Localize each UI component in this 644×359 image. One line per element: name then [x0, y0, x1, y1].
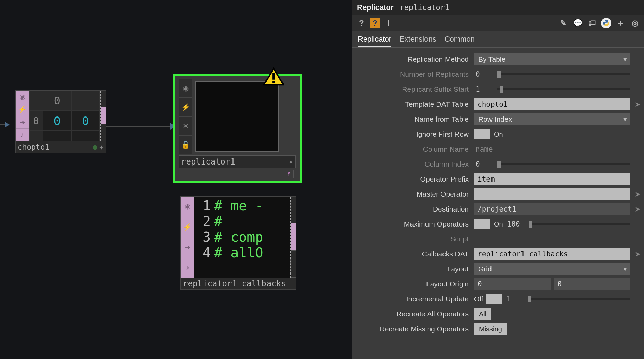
- tag-icon[interactable]: 🏷: [587, 18, 597, 28]
- table-header-value: 0: [43, 91, 71, 111]
- param-layout-origin: Layout Origin 0 0: [356, 277, 641, 291]
- node-flag-gutter[interactable]: ◉ ⚡ ➔ ♪: [16, 91, 29, 141]
- max-operators-value[interactable]: 100: [506, 220, 524, 228]
- help-wiki-icon[interactable]: ?: [370, 18, 380, 28]
- param-tabs: Replicator Extensions Common: [352, 31, 644, 48]
- record-icon[interactable]: ◉: [181, 197, 194, 217]
- node-replicator1[interactable]: ◉ ⚡ ✕ 🔓 replicator1 ✦ ↟: [173, 74, 302, 183]
- column-index-slider[interactable]: [497, 163, 630, 165]
- param-destination: Destination /project1 ➤: [356, 202, 641, 216]
- node-chopto1[interactable]: ◉ ⚡ ➔ ♪ 0 0 0 0 chopto1 ● ✦: [15, 90, 106, 153]
- suffix-start-value[interactable]: 1: [474, 85, 493, 93]
- suffix-start-slider[interactable]: [497, 88, 630, 90]
- target-icon[interactable]: ◎: [630, 18, 640, 28]
- operator-type: Replicator: [357, 3, 394, 12]
- max-operators-toggle[interactable]: On: [474, 218, 503, 230]
- goto-arrow-icon[interactable]: ➤: [635, 100, 641, 108]
- param-column-name: Column Name name: [356, 142, 641, 156]
- param-max-operators: Maximum Operators On 100: [356, 217, 641, 231]
- node-name: chopto1: [18, 143, 49, 151]
- num-replicants-slider[interactable]: [497, 73, 630, 75]
- column-name-value[interactable]: name: [474, 145, 493, 153]
- param-suffix-start: Replicant Suffix Start 1: [356, 82, 641, 96]
- arrow-icon[interactable]: ➔: [181, 237, 194, 258]
- param-num-replicants: Number of Replicants 0: [356, 67, 641, 81]
- param-template-dat: Template DAT Table chopto1 ➤: [356, 97, 641, 111]
- network-pane[interactable]: ◉ ⚡ ➔ ♪ 0 0 0 0 chopto1 ● ✦: [0, 0, 352, 359]
- callbacks-code-preview: 1# me - 2# 3# comp 4# allO: [194, 197, 291, 278]
- param-body: Replication Method By Table Number of Re…: [352, 48, 644, 359]
- arrow-icon[interactable]: ➔: [16, 116, 29, 129]
- destination-field[interactable]: /project1: [474, 203, 630, 215]
- viewer-active-icon[interactable]: ✦: [99, 143, 104, 151]
- bolt-icon[interactable]: ⚡: [179, 98, 192, 116]
- master-operator-field[interactable]: [474, 188, 630, 200]
- node-flag-gutter[interactable]: ◉ ⚡ ➔ ♪: [181, 197, 194, 278]
- replication-method-dropdown[interactable]: By Table: [474, 53, 630, 65]
- plus-icon[interactable]: ＋: [615, 18, 626, 28]
- help-icon[interactable]: ?: [356, 18, 367, 28]
- wire-chopto-to-replicator: [106, 126, 171, 127]
- layout-origin-x[interactable]: 0: [474, 278, 551, 290]
- note-icon[interactable]: ♪: [16, 129, 29, 141]
- param-toolbar: ? ? i ✎ 💬 🏷 ＋ ◎: [352, 15, 644, 31]
- incremental-value[interactable]: 1: [505, 295, 523, 303]
- param-incremental-update: Incremental Update Off 1: [356, 292, 641, 306]
- info-icon[interactable]: i: [384, 18, 394, 28]
- svg-rect-1: [272, 73, 275, 79]
- param-column-index: Column Index 0: [356, 157, 641, 171]
- goto-arrow-icon[interactable]: ➤: [635, 190, 641, 198]
- param-script-section: Script: [356, 232, 641, 246]
- operator-name[interactable]: replicator1: [400, 3, 450, 12]
- node-output-bar[interactable]: [291, 197, 296, 278]
- param-layout: Layout Grid: [356, 262, 641, 276]
- incremental-slider[interactable]: [528, 298, 630, 300]
- record-icon[interactable]: ◉: [16, 91, 29, 103]
- viewer-active-icon[interactable]: ✦: [289, 157, 293, 167]
- param-recreate-all: Recreate All Operators All: [356, 307, 641, 321]
- recreate-missing-button[interactable]: Missing: [474, 323, 507, 335]
- incremental-toggle[interactable]: Off: [474, 293, 502, 305]
- python-icon[interactable]: [601, 18, 611, 28]
- node-replicator1-callbacks[interactable]: ◉ ⚡ ➔ ♪ 1# me - 2# 3# comp 4# allO repli…: [180, 196, 296, 290]
- tab-replicator[interactable]: Replicator: [358, 35, 391, 47]
- bolt-icon[interactable]: ⚡: [16, 103, 29, 116]
- column-index-value[interactable]: 0: [474, 160, 493, 168]
- parameter-pane: Replicator replicator1 ? ? i ✎ 💬 🏷 ＋ ◎ R…: [352, 0, 644, 359]
- ignore-first-row-toggle[interactable]: On: [474, 128, 503, 140]
- node-flag-gutter[interactable]: ◉ ⚡ ✕ 🔓: [179, 79, 192, 154]
- callbacks-dat-field[interactable]: replicator1_callbacks: [474, 248, 630, 260]
- param-header: Replicator replicator1: [352, 0, 644, 15]
- edit-icon[interactable]: ✎: [558, 18, 568, 28]
- template-dat-field[interactable]: chopto1: [474, 98, 630, 110]
- close-icon[interactable]: ✕: [179, 117, 192, 136]
- bolt-icon[interactable]: ⚡: [181, 217, 194, 237]
- pulse-icon[interactable]: ↟: [284, 170, 294, 178]
- param-recreate-missing: Recreate Missing Operators Missing: [356, 322, 641, 336]
- name-from-table-dropdown[interactable]: Row Index: [474, 113, 630, 125]
- param-callbacks-dat: Callbacks DAT replicator1_callbacks ➤: [356, 247, 641, 261]
- node-output-bar[interactable]: [282, 79, 296, 154]
- param-ignore-first-row: Ignore First Row On: [356, 127, 641, 141]
- param-name-from-table: Name from Table Row Index: [356, 112, 641, 126]
- goto-arrow-icon[interactable]: ➤: [635, 250, 641, 258]
- tab-common[interactable]: Common: [445, 35, 475, 47]
- comment-icon[interactable]: 💬: [573, 18, 583, 28]
- max-operators-slider[interactable]: [529, 223, 630, 225]
- num-replicants-value[interactable]: 0: [474, 70, 493, 78]
- goto-arrow-icon[interactable]: ➤: [635, 205, 641, 213]
- unlock-icon[interactable]: 🔓: [179, 136, 192, 154]
- recreate-all-button[interactable]: All: [474, 308, 491, 320]
- note-icon[interactable]: ♪: [181, 257, 194, 278]
- param-master-operator: Master Operator ➤: [356, 187, 641, 201]
- node-name: replicator1_callbacks: [183, 279, 286, 288]
- replicator-preview: [195, 81, 279, 152]
- layout-dropdown[interactable]: Grid: [474, 263, 630, 275]
- layout-origin-y[interactable]: 0: [554, 278, 631, 290]
- record-icon[interactable]: ◉: [179, 79, 192, 98]
- operator-prefix-field[interactable]: item: [474, 173, 630, 185]
- param-operator-prefix: Operator Prefix item: [356, 172, 641, 186]
- node-output-bar[interactable]: [101, 91, 106, 141]
- param-replication-method: Replication Method By Table: [356, 52, 641, 66]
- tab-extensions[interactable]: Extensions: [400, 35, 436, 47]
